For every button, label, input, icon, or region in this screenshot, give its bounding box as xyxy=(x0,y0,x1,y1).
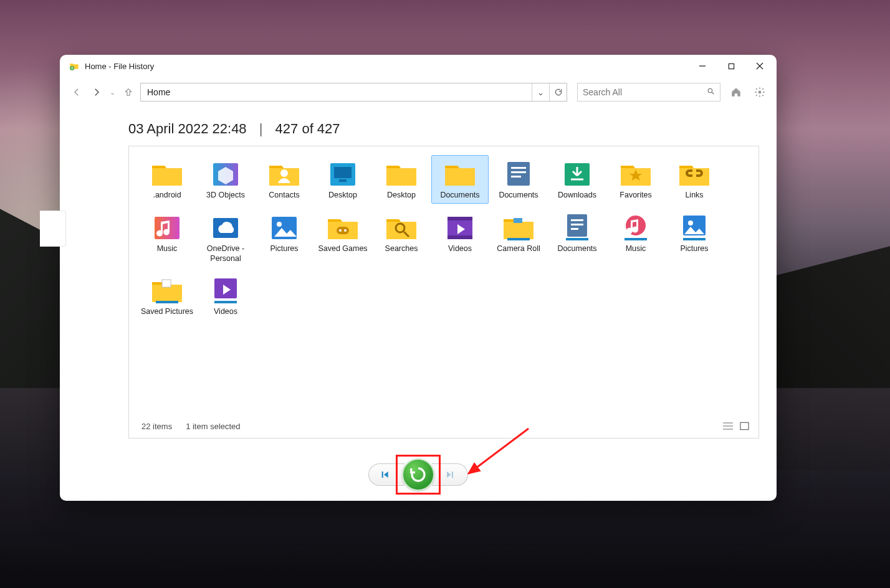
file-list-pane[interactable]: .android3D ObjectsContactsDesktopDesktop… xyxy=(128,146,759,439)
file-item-label: Downloads xyxy=(550,191,604,201)
snapshot-info: 03 April 2022 22:48 | 427 of 427 xyxy=(128,107,759,146)
file-item[interactable]: Searches xyxy=(373,209,430,267)
svg-rect-36 xyxy=(571,228,578,230)
window-title: Home - File History xyxy=(85,62,154,71)
app-icon xyxy=(69,60,80,72)
file-item[interactable]: Desktop xyxy=(373,155,430,204)
file-item[interactable]: Desktop xyxy=(314,155,371,204)
svg-rect-29 xyxy=(447,217,472,220)
search-icon xyxy=(707,87,715,97)
details-view-button[interactable] xyxy=(721,420,735,432)
onedrive-icon xyxy=(208,212,243,242)
history-dropdown-caret[interactable]: ⌄ xyxy=(110,88,115,97)
next-version-button[interactable] xyxy=(432,463,468,486)
file-item-label: OneDrive - Personal xyxy=(199,244,252,263)
address-dropdown-button[interactable]: ⌄ xyxy=(532,83,549,101)
file-item-label: Music xyxy=(140,244,194,254)
svg-point-25 xyxy=(344,229,347,232)
sidebar-collapsed-stub xyxy=(40,211,66,247)
folder-icon xyxy=(384,158,419,188)
file-item[interactable]: Documents xyxy=(431,155,489,204)
address-input[interactable] xyxy=(141,87,532,97)
file-item[interactable]: OneDrive - Personal xyxy=(197,209,254,267)
file-history-window: Home - File History ⌄ ⌄ xyxy=(60,55,777,501)
file-item[interactable]: 3D Objects xyxy=(197,155,254,204)
folder-icon xyxy=(150,158,184,188)
svg-point-24 xyxy=(339,229,342,232)
file-item-label: .android xyxy=(140,191,194,201)
file-item-label: Desktop xyxy=(375,191,428,201)
up-button[interactable] xyxy=(120,84,136,100)
icons-view-button[interactable] xyxy=(737,420,751,432)
file-item[interactable]: Pictures xyxy=(256,209,313,267)
svg-rect-51 xyxy=(381,472,383,478)
file-item[interactable]: Documents xyxy=(548,209,606,267)
file-item[interactable]: Saved Pictures xyxy=(138,272,196,320)
svg-rect-16 xyxy=(511,176,521,178)
titlebar: Home - File History xyxy=(60,55,777,77)
minimize-button[interactable] xyxy=(688,55,717,77)
home-button[interactable] xyxy=(728,84,744,100)
file-item[interactable]: Music xyxy=(138,209,196,267)
search-box[interactable] xyxy=(577,83,720,102)
svg-rect-46 xyxy=(214,301,237,303)
cameraroll-icon xyxy=(501,212,536,242)
previous-version-button[interactable] xyxy=(368,463,404,486)
savedgames-icon xyxy=(325,212,360,242)
file-item-label: Documents xyxy=(492,191,545,201)
forward-button[interactable] xyxy=(89,84,105,100)
back-button[interactable] xyxy=(69,84,85,100)
svg-rect-35 xyxy=(571,224,583,225)
documents-lib-icon xyxy=(501,158,536,188)
folder-icon xyxy=(443,158,477,188)
maximize-button[interactable] xyxy=(717,55,745,77)
music-lib-icon xyxy=(618,212,653,242)
file-item-label: Camera Roll xyxy=(492,244,545,254)
desktop-icon xyxy=(325,158,360,188)
svg-point-9 xyxy=(280,169,288,177)
file-item-label: Pictures xyxy=(257,244,311,254)
svg-rect-14 xyxy=(511,167,526,169)
pictures-icon xyxy=(267,212,302,242)
file-item[interactable]: Saved Games xyxy=(314,209,371,267)
file-item[interactable]: Camera Roll xyxy=(490,209,547,267)
selection-count: 1 item selected xyxy=(186,422,240,431)
snapshot-position: 427 of 427 xyxy=(275,121,340,136)
settings-button[interactable] xyxy=(752,84,768,100)
refresh-button[interactable] xyxy=(549,83,567,101)
file-item-label: Documents xyxy=(433,191,487,201)
file-item[interactable]: Documents xyxy=(490,155,547,204)
contacts-icon xyxy=(267,158,302,188)
file-item-label: Saved Games xyxy=(316,244,370,254)
file-item-label: Pictures xyxy=(668,244,721,254)
svg-rect-13 xyxy=(507,162,530,186)
status-bar: 22 items 1 item selected xyxy=(138,417,755,435)
svg-rect-52 xyxy=(451,472,452,478)
file-item-label: Favorites xyxy=(609,191,663,201)
file-item[interactable]: Videos xyxy=(197,272,254,320)
file-item[interactable]: Links xyxy=(666,155,723,204)
downloads-icon xyxy=(560,158,595,188)
file-item[interactable]: .android xyxy=(138,155,196,204)
searches-icon xyxy=(384,212,419,242)
svg-line-6 xyxy=(712,92,714,94)
videos2-icon xyxy=(208,275,243,305)
svg-point-22 xyxy=(277,222,282,227)
svg-rect-34 xyxy=(571,219,583,221)
svg-rect-30 xyxy=(447,235,472,239)
links-icon xyxy=(677,158,712,188)
svg-rect-50 xyxy=(740,422,748,429)
address-bar[interactable]: ⌄ xyxy=(140,83,567,102)
file-item[interactable]: Pictures xyxy=(666,209,723,267)
file-item-label: Links xyxy=(668,191,721,201)
restore-button[interactable] xyxy=(402,458,434,491)
file-item[interactable]: Music xyxy=(607,209,664,267)
svg-rect-15 xyxy=(511,171,526,173)
search-input[interactable] xyxy=(583,87,707,97)
file-item-label: Music xyxy=(609,244,663,254)
file-item[interactable]: Videos xyxy=(431,209,489,267)
file-item[interactable]: Contacts xyxy=(256,155,313,204)
file-item[interactable]: Favorites xyxy=(607,155,664,204)
file-item[interactable]: Downloads xyxy=(548,155,606,204)
close-button[interactable] xyxy=(745,55,774,77)
